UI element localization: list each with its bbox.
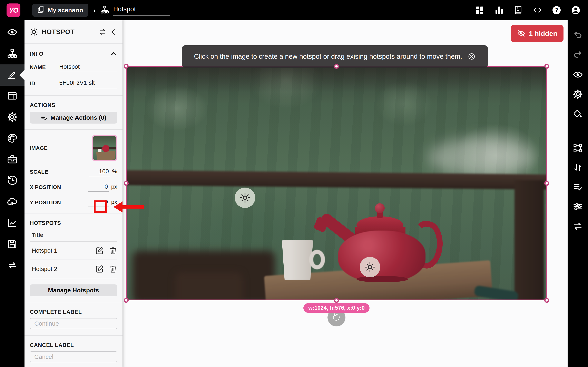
resize-handle-top-right[interactable] [544,64,549,69]
id-input[interactable] [59,79,117,88]
hidden-elements-button[interactable]: 1 hidden [511,25,563,42]
chart-icon [7,218,17,229]
image-label: IMAGE [30,145,48,151]
sidebar-item-theme[interactable] [0,128,25,149]
sidebar-item-save[interactable] [0,234,25,255]
sort-vertical-icon [573,162,583,173]
manage-hotspots-button[interactable]: Manage Hotspots [30,284,117,296]
info-section: INFO NAME ID [25,44,122,96]
hotspots-column-title: Title [30,228,117,242]
scenario-label: My scenario [48,7,83,14]
resize-handle-right[interactable] [544,181,549,186]
chevron-up-icon[interactable] [110,50,117,57]
sidebar-item-tools[interactable] [0,149,25,170]
complete-label-input[interactable] [30,318,117,329]
size-badge: w:1024, h:576, x:0 y:0 [303,303,370,313]
redo-icon [573,50,583,60]
help-icon[interactable]: ? [552,5,562,15]
resize-handle-left[interactable] [124,181,129,186]
delete-hotspot-1-icon[interactable] [109,247,117,255]
app-logo[interactable]: YO [7,3,20,17]
cloud-upload-icon [7,197,17,208]
close-toast-icon[interactable] [467,52,476,60]
toast-text: Click on the image to create a new hotsp… [194,53,462,60]
palette-icon [7,133,17,144]
swap-horizontal-icon [573,221,583,231]
checklist-button[interactable] [573,177,583,197]
sidebar-item-transfer[interactable] [0,255,25,276]
hotspot-row-title: Hotspot 2 [32,266,57,272]
id-label: ID [30,80,35,87]
sort-order-button[interactable] [573,158,583,177]
delete-hotspot-2-icon[interactable] [109,265,117,273]
history-icon [7,175,17,187]
sidebar-item-publish[interactable] [0,192,25,213]
resize-handle-bottom-left[interactable] [124,298,129,303]
scenario-image[interactable] [126,66,547,300]
resize-handle-top[interactable] [334,64,339,69]
resize-handle-bottom[interactable] [334,298,339,303]
name-label: NAME [30,64,46,71]
sitemap-icon [7,48,17,59]
manage-actions-button[interactable]: Manage Actions (0) [30,112,117,124]
resize-handle-top-left[interactable] [124,64,129,69]
element-settings-button[interactable] [573,84,583,104]
eye-off-icon [517,29,526,38]
hotspot-marker-1[interactable] [235,188,255,208]
visibility-button[interactable] [573,65,583,84]
pages-icon [38,6,44,15]
complete-label-section: COMPLETE LABEL [25,302,122,336]
gear-icon [573,89,583,99]
panel-title: HOTSPOT [42,28,95,36]
name-input[interactable] [59,63,117,72]
page-title-input[interactable]: Hotspot [113,5,170,16]
code-icon[interactable] [532,5,542,15]
frame-icon [573,143,583,153]
cancel-label-input[interactable] [30,351,117,362]
sun-icon [240,192,250,203]
complete-label-heading: COMPLETE LABEL [30,309,82,315]
redo-button[interactable] [573,45,583,65]
actions-heading: ACTIONS [30,102,55,108]
collapse-panel-icon[interactable] [109,28,117,36]
swap-icon[interactable] [98,28,106,36]
edit-hotspot-2-icon[interactable] [95,265,104,273]
scale-label: SCALE [30,169,48,175]
resize-handle-bottom-right[interactable] [544,298,549,303]
transfer-icon [7,260,17,272]
sidebar-item-scenario-map[interactable] [0,43,25,64]
swap-button[interactable] [573,217,583,236]
sidebar-item-history[interactable] [0,170,25,192]
y-position-input[interactable]: 0 [88,198,109,207]
hotspot-marker-2[interactable] [360,257,380,277]
frame-button[interactable] [573,138,583,158]
sidebar-item-settings[interactable] [0,107,25,128]
hotspots-section: HOTSPOTS Title Hotspot 1 Hotspot 2 Manag… [25,213,122,302]
filters-button[interactable] [573,197,583,217]
sidebar-item-layout[interactable] [0,86,25,107]
edit-hotspot-1-icon[interactable] [95,247,104,255]
account-icon[interactable] [571,5,581,15]
editor-canvas[interactable]: 1 hidden Click on the image to create a … [122,20,568,367]
hotspot-image-stage[interactable]: w:1024, h:576, x:0 y:0 [126,66,547,300]
bar-chart-icon[interactable] [494,5,504,15]
undo-button[interactable] [573,26,583,45]
sidebar-item-preview[interactable] [0,22,25,43]
dashboard-icon[interactable] [475,5,485,15]
breadcrumb-separator: › [93,6,95,14]
undo-icon [573,30,583,41]
sidebar-item-edit[interactable] [0,64,25,86]
x-position-input[interactable]: 0 [88,183,109,192]
scale-input[interactable]: 100 [89,167,110,176]
image-thumbnail[interactable] [92,135,117,161]
media-library-icon[interactable] [513,5,523,15]
fill-button[interactable] [573,104,583,124]
top-bar: YO My scenario › Hotspot ? [0,0,588,20]
cancel-label-section: CANCEL LABEL [25,336,122,367]
toolbox-icon [7,154,17,166]
scenario-breadcrumb[interactable]: My scenario [32,4,88,17]
sliders-icon [573,202,583,212]
paint-bucket-icon [573,109,583,119]
sidebar-item-analytics[interactable] [0,213,25,234]
hotspot-row-2: Hotspot 2 [30,260,117,278]
